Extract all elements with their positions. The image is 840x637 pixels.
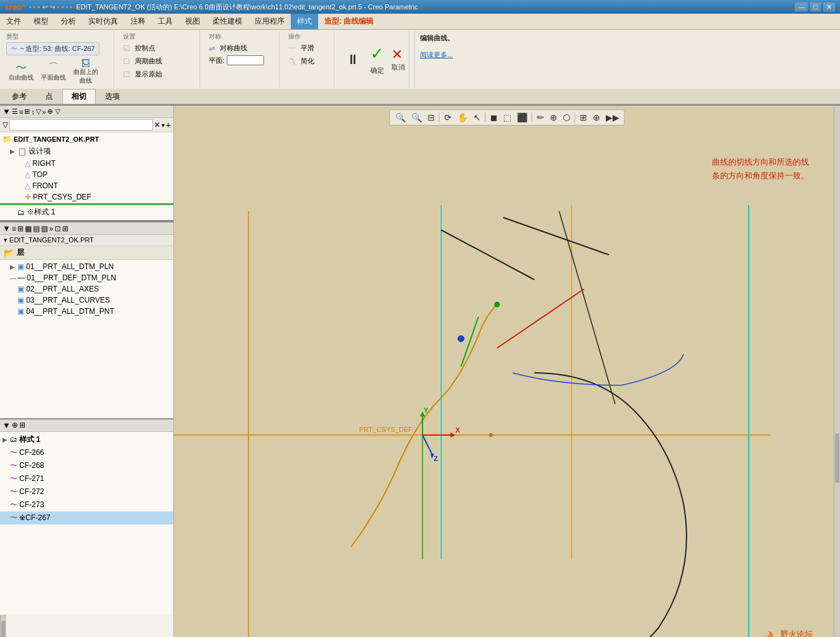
style-list1-icon[interactable]: ⊕ xyxy=(12,421,18,429)
file-dropdown-btn[interactable]: ▾ xyxy=(4,236,7,244)
tree-root[interactable]: 📁 EDIT_TANGENT2_OK.PRT xyxy=(0,134,173,145)
btn-pause[interactable]: ⏸ xyxy=(343,50,363,69)
vp-more-btn[interactable]: ▶▶ xyxy=(603,111,622,124)
menu-view[interactable]: 视图 xyxy=(179,14,206,29)
tree-list-icon[interactable]: ≡ xyxy=(19,108,23,116)
layer-list1-icon[interactable]: ≡ xyxy=(12,224,16,233)
tree-top-plane[interactable]: △ TOP xyxy=(0,169,173,180)
layer-more-icon[interactable]: » xyxy=(49,224,53,233)
layer-list3-icon[interactable]: ▦ xyxy=(25,224,32,233)
menu-flex[interactable]: 柔性建模 xyxy=(206,14,249,29)
tab-tangent[interactable]: 相切 xyxy=(62,89,96,104)
layer-list5-icon[interactable]: ▧ xyxy=(41,224,48,233)
vp-shade-btn[interactable]: ◼ xyxy=(488,111,500,124)
curve-item-2[interactable]: 〜 CF-271 xyxy=(0,472,173,485)
style-root-item[interactable]: ▶ 🗂 样式 1 xyxy=(0,433,173,446)
close-button[interactable]: ✕ xyxy=(823,2,835,12)
tree-filter-btn[interactable]: ▽ xyxy=(55,108,60,116)
style-toggle-icon[interactable]: ▼ xyxy=(2,421,11,430)
tree-csys[interactable]: ✛ PRT_CSYS_DEF xyxy=(0,191,173,203)
style-list2-icon[interactable]: ⊞ xyxy=(19,421,25,429)
curve-item-0[interactable]: 〜 CF-266 xyxy=(0,446,173,459)
layer-extra1-icon[interactable]: ⊡ xyxy=(55,224,61,233)
btn-control-point[interactable]: 控制点 xyxy=(132,42,158,54)
tree-expand-icon[interactable]: ☰ xyxy=(12,108,18,116)
tab-points[interactable]: 点 xyxy=(36,89,62,104)
zoom-fit-btn[interactable]: ⊟ xyxy=(425,111,437,124)
zoom-in-btn[interactable]: 🔍 xyxy=(393,111,408,124)
tab-reference[interactable]: 参考 xyxy=(2,89,36,104)
minimize-button[interactable]: — xyxy=(795,2,808,12)
tree-col-icon[interactable]: ⊞ xyxy=(24,108,30,116)
curve-item-4[interactable]: 〜 CF-273 xyxy=(0,498,173,511)
clear-icon[interactable]: ✕ xyxy=(154,121,160,129)
vp-rotate-btn[interactable]: ⟳ xyxy=(442,111,454,124)
btn-periodic[interactable]: 周期曲线 xyxy=(132,55,165,67)
vp-grid-btn[interactable]: ⊞ xyxy=(577,111,590,124)
tree-filter-icon[interactable]: ▽ xyxy=(36,108,41,116)
layer-item-0[interactable]: ▶ ▣ 01__PRT_ALL_DTM_PLN xyxy=(0,261,173,272)
menu-style[interactable]: 样式 xyxy=(291,14,318,29)
menu-simulation[interactable]: 实时仿真 xyxy=(82,14,124,29)
btn-cancel[interactable]: ✕ xyxy=(391,47,405,63)
layer-list4-icon[interactable]: ▤ xyxy=(33,224,40,233)
tree-right-plane[interactable]: △ RIGHT xyxy=(0,158,173,169)
layer-toggle-icon[interactable]: ▼ xyxy=(2,224,11,233)
tree-sort-icon[interactable]: ↕ xyxy=(31,108,35,116)
plane-input[interactable] xyxy=(227,55,264,65)
title-controls[interactable]: — □ ✕ xyxy=(795,2,835,12)
btn-surface-curve[interactable]: ⛾ 曲面上的曲线 xyxy=(71,58,101,86)
tree-front-plane[interactable]: △ FRONT xyxy=(0,180,173,191)
vp-axis-btn[interactable]: ⊕ xyxy=(590,111,603,124)
tree-design-items[interactable]: ▶ 📋 设计项 xyxy=(0,145,173,158)
zoom-out-btn[interactable]: 🔍 xyxy=(409,111,424,124)
file-label: ▾ EDIT_TANGENT2_OK.PRT xyxy=(0,235,173,246)
layer-list2-icon[interactable]: ⊞ xyxy=(17,224,24,233)
tree-toggle-icon[interactable]: ▼ xyxy=(2,107,11,116)
add-icon[interactable]: + xyxy=(166,120,171,130)
curve-type-selector[interactable]: 〜 ~ 造型: 53: 曲线: CF-267 xyxy=(6,42,99,55)
vp-wire-btn[interactable]: ⬚ xyxy=(501,111,514,124)
tree-extra-icon[interactable]: ⊕ xyxy=(47,108,53,116)
vp-plane-btn[interactable]: ⬡ xyxy=(560,111,573,124)
menu-file[interactable]: 文件 xyxy=(0,14,27,29)
menu-analysis[interactable]: 分析 xyxy=(55,14,82,29)
tree-more-icon[interactable]: » xyxy=(42,108,46,116)
btn-sym-curve[interactable]: 对称曲线 xyxy=(217,42,250,54)
vp-select-btn[interactable]: ↖ xyxy=(471,111,483,124)
layer-item-3[interactable]: ▣ 03__PRT_ALL_CURVES xyxy=(0,295,173,306)
tab-options[interactable]: 选项 xyxy=(96,89,129,104)
read-more-link[interactable]: 阅读更多... xyxy=(420,50,833,60)
layer-extra2-icon[interactable]: ⊞ xyxy=(62,224,68,233)
maximize-button[interactable]: □ xyxy=(810,2,821,12)
btn-simplify[interactable]: 简化 xyxy=(298,55,317,67)
menu-annotation[interactable]: 注释 xyxy=(124,14,152,29)
tree-style[interactable]: 🗂 ※样式 1 xyxy=(0,206,173,219)
btn-free-curve[interactable]: 〜 自由曲线 xyxy=(6,61,36,83)
vp-pan-btn[interactable]: ✋ xyxy=(455,111,470,124)
menu-shaping[interactable]: 造型: 曲线编辑 xyxy=(318,14,380,29)
search-input[interactable] xyxy=(9,119,153,131)
endpoint-green[interactable] xyxy=(495,302,500,307)
vp-hidden-btn[interactable]: ⬛ xyxy=(514,111,530,124)
curve-item-3[interactable]: 〜 CF-272 xyxy=(0,485,173,498)
vp-edit-btn[interactable]: ✏ xyxy=(534,111,547,124)
vp-sketch-btn[interactable]: ⊕ xyxy=(547,111,560,124)
viewport[interactable]: 🔍 🔍 ⊟ ⟳ ✋ ↖ ◼ ⬚ ⬛ ✏ ⊕ ⬡ ⊞ ⊕ ▶▶ 曲线的切线方向和所… xyxy=(174,106,840,637)
layer-item-4[interactable]: ▣ 04__PRT_ALL_DTM_PNT xyxy=(0,306,173,317)
btn-confirm[interactable]: ✓ xyxy=(370,44,384,63)
btn-plane-curve[interactable]: ⌒ 平面曲线 xyxy=(39,61,68,83)
menu-model[interactable]: 模型 xyxy=(27,14,55,29)
left-scrollbar[interactable] xyxy=(0,615,6,637)
curve-item-1[interactable]: 〜 CF-268 xyxy=(0,459,173,472)
menu-tools[interactable]: 工具 xyxy=(152,14,179,29)
viewport-scrollbar-v[interactable] xyxy=(834,106,840,637)
menu-apps[interactable]: 应用程序 xyxy=(249,14,291,29)
search-dropdown-icon[interactable]: ▾ xyxy=(162,122,165,129)
layer-item-2[interactable]: ▣ 02__PRT_ALL_AXES xyxy=(0,283,173,295)
curve-item-5[interactable]: 〜 ※CF-267 xyxy=(0,511,173,525)
layer-item-1[interactable]: — — 01__PRT_DEF_DTM_PLN xyxy=(0,272,173,283)
btn-show-origin[interactable]: 显示原始 xyxy=(132,68,165,80)
control-point[interactable] xyxy=(458,336,464,342)
btn-smooth[interactable]: 平滑 xyxy=(298,42,317,54)
